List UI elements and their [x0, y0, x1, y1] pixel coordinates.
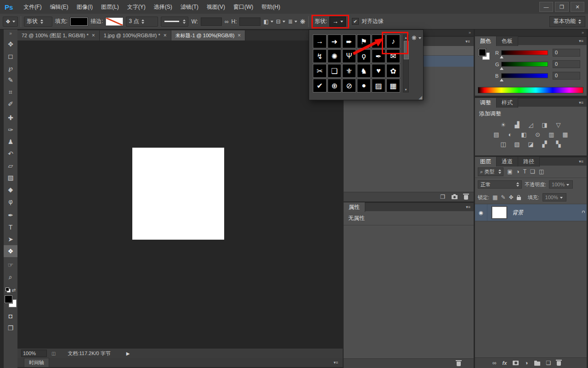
document-tab-2[interactable]: 1.jpg @ 100%(RGB/8#) * ×: [100, 30, 171, 40]
toolbar-collapse-icon[interactable]: »: [9, 31, 12, 36]
panel-menu-icon[interactable]: ▾≡: [579, 159, 587, 164]
scroll-down-icon[interactable]: ▼: [403, 87, 408, 92]
color-balance-icon[interactable]: ◐: [506, 131, 515, 138]
shape-flower[interactable]: ✿: [386, 64, 400, 78]
panel-menu-icon[interactable]: ▾≡: [579, 100, 587, 105]
menu-window[interactable]: 窗口(W): [229, 0, 257, 14]
tool-dodge[interactable]: φ: [4, 196, 17, 207]
shape-scissors[interactable]: ✂: [313, 64, 327, 78]
posterize-icon[interactable]: ▧: [513, 140, 522, 148]
default-colors-icon[interactable]: [6, 288, 11, 293]
tab-timeline[interactable]: 时间轴: [24, 358, 49, 367]
menu-help[interactable]: 帮助(H): [257, 0, 284, 14]
status-flyout-icon[interactable]: ▶: [126, 351, 130, 356]
foreground-background-mini-swatches[interactable]: [479, 49, 490, 60]
tool-clone-stamp[interactable]: ♟: [4, 136, 17, 148]
tool-preset-dropdown[interactable]: ❖: [3, 17, 18, 27]
tool-zoom[interactable]: ⌕: [4, 271, 17, 283]
shape-heart[interactable]: ♥: [372, 64, 385, 78]
tool-crop[interactable]: ⌗: [4, 86, 17, 98]
shape-lightning[interactable]: ↯: [313, 49, 327, 63]
tool-quick-selection[interactable]: ✎: [4, 74, 17, 86]
link-layers-icon[interactable]: ∞: [492, 360, 497, 366]
quick-mask-button[interactable]: ◘: [4, 310, 17, 322]
menu-layer[interactable]: 图层(L): [97, 0, 123, 14]
minimize-button[interactable]: —: [539, 2, 553, 12]
restore-button[interactable]: ❐: [555, 2, 569, 12]
opacity-dropdown[interactable]: 100%: [549, 180, 573, 189]
new-layer-icon[interactable]: ❏: [546, 360, 551, 366]
tool-lasso[interactable]: ℘: [4, 62, 17, 74]
filter-adjustment-layers-icon[interactable]: ◑: [516, 168, 520, 175]
tab-adjustments[interactable]: 调整: [475, 98, 497, 108]
red-value-field[interactable]: 0: [553, 49, 580, 57]
tab-color[interactable]: 颜色: [475, 36, 497, 46]
selective-color-icon[interactable]: ▚: [554, 140, 563, 148]
blue-slider[interactable]: [501, 73, 548, 78]
foreground-color-swatch[interactable]: [5, 295, 12, 303]
fill-swatch[interactable]: [70, 17, 88, 26]
filter-shape-layers-icon[interactable]: ❏: [530, 168, 535, 175]
menu-select[interactable]: 选择(S): [150, 0, 176, 14]
color-spectrum-ramp[interactable]: [478, 87, 583, 93]
exposure-icon[interactable]: ◨: [540, 121, 549, 128]
shape-arrow-bold[interactable]: ➜: [328, 34, 341, 48]
layer-visibility-toggle[interactable]: ◉: [475, 204, 487, 221]
close-tab-icon[interactable]: ×: [237, 32, 241, 39]
align-edges-checkbox[interactable]: ✔: [352, 18, 359, 25]
delete-layer-trash-icon[interactable]: [557, 361, 561, 366]
slider-thumb[interactable]: [500, 54, 503, 58]
lock-transparent-pixels-icon[interactable]: ▦: [492, 194, 498, 201]
panel-menu-icon[interactable]: ▾≡: [466, 205, 474, 209]
slider-thumb[interactable]: [500, 65, 503, 70]
shape-target[interactable]: ⊕: [328, 79, 341, 92]
black-white-icon[interactable]: ◧: [520, 131, 529, 138]
shape-checkmark[interactable]: ✔: [313, 79, 327, 92]
tab-properties[interactable]: 属性: [344, 202, 365, 212]
tool-hand[interactable]: ☞: [4, 259, 17, 271]
layer-row-background-selected[interactable]: ◉ 背景: [475, 204, 587, 221]
shape-speech-bubble[interactable]: ●: [357, 79, 371, 92]
shape-arrow-thin[interactable]: →: [313, 34, 327, 48]
red-slider[interactable]: [501, 50, 548, 55]
fill-dropdown[interactable]: 100%: [543, 193, 566, 201]
shape-arrow-curved[interactable]: ➶: [372, 34, 385, 48]
green-value-field[interactable]: 0: [553, 60, 580, 68]
green-slider[interactable]: [501, 62, 548, 67]
canvas-workspace[interactable]: [17, 40, 343, 348]
width-input[interactable]: [201, 17, 222, 26]
delete-state-trash-icon[interactable]: [464, 195, 468, 200]
shape-picker-gear-menu[interactable]: ❋: [412, 34, 421, 41]
menu-file[interactable]: 文件(F): [19, 0, 45, 14]
gradient-map-icon[interactable]: ▞: [540, 140, 549, 148]
scroll-up-icon[interactable]: ▲: [403, 35, 408, 40]
shape-envelope[interactable]: ✉: [386, 49, 400, 63]
height-input[interactable]: [239, 17, 260, 26]
path-arrangement-dropdown[interactable]: ≣: [288, 18, 297, 25]
shape-ornament[interactable]: ♞: [357, 64, 371, 78]
close-button[interactable]: ✕: [571, 2, 584, 12]
blue-value-field[interactable]: 0: [553, 72, 580, 80]
shape-starburst[interactable]: ✺: [328, 49, 341, 63]
tool-type[interactable]: T: [4, 221, 17, 233]
document-tab-3-active[interactable]: 未标题-1 @ 100%(RGB/8) ×: [171, 30, 246, 40]
tool-pen[interactable]: ✒: [4, 209, 17, 221]
filter-smart-object-icon[interactable]: ◫: [539, 168, 544, 175]
screen-mode-button[interactable]: ❐: [4, 322, 17, 334]
menu-image[interactable]: 图像(I): [73, 0, 97, 14]
collapse-panels-icon[interactable]: »: [582, 30, 584, 35]
tab-swatches[interactable]: 色板: [497, 36, 518, 46]
zoom-level-field[interactable]: 100%: [21, 350, 47, 357]
tool-eraser[interactable]: ▱: [4, 160, 17, 172]
filter-pixel-layers-icon[interactable]: ▣: [507, 168, 512, 175]
new-group-folder-icon[interactable]: [534, 362, 540, 366]
tool-blur[interactable]: ◆: [4, 184, 17, 196]
new-snapshot-camera-icon[interactable]: [452, 195, 458, 199]
new-adjustment-layer-icon[interactable]: ◑: [525, 360, 528, 366]
tool-history-brush[interactable]: ↶: [4, 148, 17, 160]
stroke-swatch[interactable]: [106, 17, 123, 26]
tool-gradient[interactable]: ▧: [4, 172, 17, 184]
resize-grip-icon[interactable]: ◢: [418, 95, 422, 100]
foreground-background-swatches[interactable]: [5, 295, 17, 307]
photo-filter-icon[interactable]: ⊙: [533, 131, 543, 138]
